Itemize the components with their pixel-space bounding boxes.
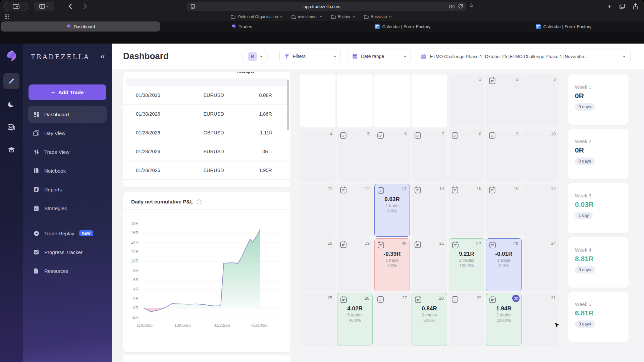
calendar-cell[interactable]: 16 <box>486 184 522 237</box>
share-icon[interactable] <box>633 3 638 9</box>
trade-row[interactable]: 01/28/2026GBPUSD-1.11R <box>123 123 290 142</box>
chevron-down-icon <box>280 16 283 18</box>
sidebar-item-resources[interactable]: Resources <box>28 262 107 279</box>
calendar-cell[interactable]: 7 <box>412 129 447 182</box>
info-icon[interactable] <box>197 199 202 204</box>
favorites-grid-icon[interactable] <box>5 14 9 19</box>
rail-journal-button[interactable] <box>3 73 19 89</box>
browser-tab[interactable]: Calendar | Forex Factory <box>484 21 643 32</box>
week-r-value: 8.81R <box>575 255 629 263</box>
day-win-rate: 0.0% <box>375 263 410 268</box>
week-r-value: 0R <box>575 146 629 154</box>
calendar-cell[interactable]: 264.02R5 trades40.0% <box>337 293 373 346</box>
bookmark-folder[interactable]: Bücher <box>331 14 355 19</box>
trade-symbol: GBPUSD <box>187 130 240 135</box>
calendar-cell[interactable]: 20-0.39R1 trade0.0% <box>374 238 410 291</box>
filters-button[interactable]: Filters ▾ <box>279 49 341 64</box>
calendar-cell[interactable]: 21 <box>412 238 447 291</box>
tab-group-button[interactable] <box>4 2 28 11</box>
browser-tab[interactable]: Dashboard <box>1 21 160 32</box>
bookmark-label: Russisch <box>371 14 387 19</box>
icon-rail <box>0 44 23 362</box>
bookmark-folder[interactable]: investment <box>291 14 322 19</box>
calendar-cell[interactable]: 280.84R2 trades50.0% <box>412 293 447 346</box>
account-selector[interactable]: FTMO Challenge Phase 1 [Oktober 25],FTMO… <box>415 49 631 64</box>
calendar-cell[interactable]: 19 <box>337 238 373 291</box>
rail-darkmode-button[interactable] <box>3 97 19 113</box>
trade-row[interactable]: 01/26/2026EURUSD0R <box>123 180 290 187</box>
day-win-rate: 100.0% <box>486 318 521 323</box>
calendar-cell[interactable]: 18 <box>300 238 335 291</box>
reload-icon[interactable] <box>458 4 463 9</box>
day-number: 26 <box>365 296 369 301</box>
sidebar-item-day-view[interactable]: Day View <box>28 125 107 141</box>
calendar-cell[interactable]: 301.94R2 trades100.0% <box>486 293 522 346</box>
calendar-cell[interactable]: 24 <box>523 238 559 291</box>
avatar-dropdown[interactable]: R ▾ <box>242 49 268 64</box>
calendar-cell[interactable]: 229.21R2 trades100.0% <box>449 238 484 291</box>
table-scrollbar-thumb[interactable] <box>287 80 289 130</box>
bookmark-star-icon[interactable]: ☆ <box>469 2 474 9</box>
rail-media-button[interactable] <box>3 119 19 135</box>
day-number: 21 <box>439 241 444 246</box>
calendar-cell-empty <box>374 74 410 127</box>
trade-row[interactable]: 01/30/2026EURUSD1.86R <box>123 105 290 123</box>
address-bar[interactable]: app.tradezella.com <box>186 2 466 11</box>
replay-icon <box>33 231 40 236</box>
add-trade-button[interactable]: + Add Trade <box>29 84 106 100</box>
forward-button[interactable] <box>79 2 91 11</box>
calendar-cell[interactable]: 130.03R1 trade0.0% <box>374 184 410 237</box>
calendar-cell[interactable]: 3 <box>523 74 559 127</box>
note-icon <box>340 131 347 139</box>
trade-row[interactable]: 01/30/2026EURUSD0.08R <box>123 86 290 105</box>
calendar-cell[interactable]: 8 <box>449 129 484 182</box>
calendar-cell[interactable]: 29 <box>449 293 484 346</box>
sidebar-toggle-button[interactable]: ▾ <box>34 2 54 11</box>
day-number: 16 <box>514 186 519 191</box>
trade-row[interactable]: 01/28/2026EURUSD1.95R <box>123 161 290 180</box>
avatar: R <box>248 52 257 61</box>
calendar-cell[interactable]: 4 <box>300 129 335 182</box>
calendar-cell[interactable]: 25 <box>300 293 335 346</box>
calendar-cell[interactable]: 11 <box>300 184 335 237</box>
privacy-report-icon[interactable] <box>449 4 455 9</box>
day-trades-count: 1 trade <box>486 258 521 263</box>
week-r-value: 6.81R <box>575 309 629 317</box>
sidebar-item-progress-tracker[interactable]: Progress Tracker <box>28 244 107 260</box>
browser-tab[interactable]: Calendar | Forex Factory <box>323 21 482 32</box>
sidebar-item-reports[interactable]: Reports <box>28 181 107 198</box>
calendar-cell[interactable]: 9 <box>486 129 522 182</box>
calendar-cell[interactable]: 17 <box>523 184 559 237</box>
calendar-cell[interactable]: 5 <box>337 129 373 182</box>
calendar-cell[interactable]: 31 <box>523 293 559 346</box>
sidebar-item-strategies[interactable]: Strategies <box>28 200 107 217</box>
calendar-cell[interactable]: 27 <box>374 293 410 346</box>
calendar-cell[interactable]: 2 <box>486 74 522 127</box>
calendar-cell[interactable]: 10 <box>523 129 559 182</box>
back-button[interactable] <box>64 2 76 11</box>
tab-overview-icon[interactable] <box>620 4 625 9</box>
y-axis-tick: 14R <box>123 240 139 245</box>
new-tab-button[interactable]: + <box>607 3 611 10</box>
calendar-cell[interactable]: 23-0.01R1 trade0.0% <box>486 238 522 291</box>
calendar-cell[interactable]: 6 <box>374 129 410 182</box>
day-trades-count: 2 trades <box>449 258 484 263</box>
day-r-value: 0.84R <box>412 305 447 312</box>
y-axis-tick: -2R <box>123 315 139 320</box>
calendar-cell[interactable]: 15 <box>449 184 484 237</box>
sidebar-collapse-button[interactable]: « <box>101 53 105 60</box>
calendar-cell[interactable]: 12 <box>337 184 373 237</box>
date-range-button[interactable]: Date range ▾ <box>347 49 411 64</box>
sidebar-item-trade-view[interactable]: Trade View <box>28 143 107 160</box>
sidebar-item-dashboard[interactable]: Dashboard <box>28 106 107 123</box>
rail-education-button[interactable] <box>3 142 19 158</box>
trade-row[interactable]: 01/28/2026EURUSD0R <box>123 142 290 161</box>
sidebar-item-trade-replay[interactable]: Trade ReplayNEW <box>28 225 107 242</box>
bookmark-folder[interactable]: Russisch <box>364 14 392 19</box>
calendar-cell[interactable]: 14 <box>412 184 447 237</box>
sidebar-item-notebook[interactable]: Notebook <box>28 162 107 179</box>
note-icon <box>377 131 384 139</box>
browser-tab[interactable]: Trades <box>162 21 321 32</box>
bookmark-folder[interactable]: Ziele und Organisation <box>231 14 283 19</box>
calendar-cell[interactable]: 1 <box>449 74 484 127</box>
